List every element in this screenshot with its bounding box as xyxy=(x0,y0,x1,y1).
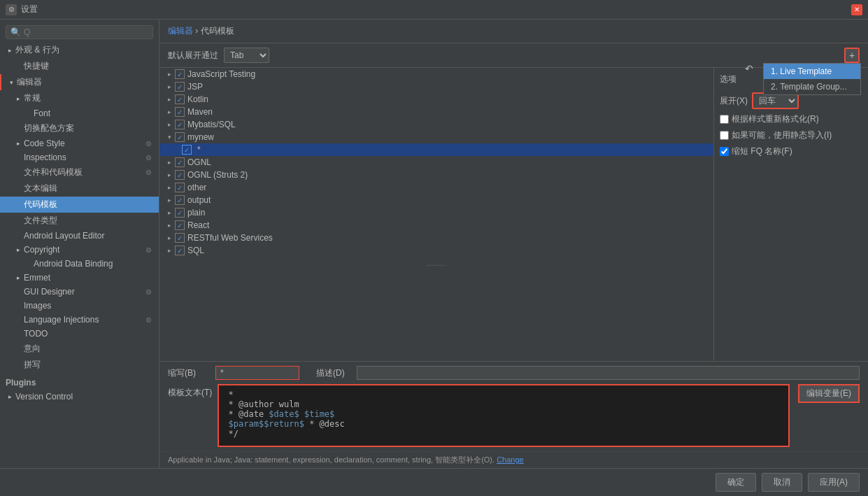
template-name: Mybatis/SQL xyxy=(187,120,708,129)
checkbox[interactable]: ✓ xyxy=(175,220,185,230)
sidebar-item-plugins: Plugins xyxy=(0,376,159,390)
template-group-ognl-struts[interactable]: ▸ ✓ OGNL (Struts 2) xyxy=(159,169,713,181)
sidebar-item-font[interactable]: ▸ Font xyxy=(0,106,159,120)
close-button[interactable]: ✕ xyxy=(851,4,862,15)
template-group-restful[interactable]: ▸ ✓ RESTful Web Services xyxy=(159,232,713,244)
static-import-checkbox[interactable] xyxy=(720,131,729,140)
sidebar-item-shortcuts[interactable]: ▸ 快捷键 xyxy=(0,58,159,74)
gear-icon-lang: ⚙ xyxy=(143,315,153,325)
checkbox-star[interactable]: ✓ xyxy=(182,145,192,155)
apply-button[interactable]: 应用(A) xyxy=(808,473,860,492)
sidebar-item-file-types[interactable]: ▸ 文件类型 xyxy=(0,213,159,229)
checkbox[interactable]: ✓ xyxy=(175,246,185,255)
reformat-checkbox[interactable] xyxy=(720,115,729,124)
applicable-text: Applicable in Java; Java: statement, exp… xyxy=(168,455,495,464)
sidebar-item-file-templates[interactable]: ▸ 文件和代码模板 ⚙ xyxy=(0,164,159,180)
cancel-button[interactable]: 取消 xyxy=(762,473,802,492)
sidebar-item-android-binding[interactable]: ▸ Android Data Binding xyxy=(0,257,159,271)
expand-select[interactable]: Tab Enter Space xyxy=(224,48,269,63)
checkbox[interactable]: ✓ xyxy=(175,120,185,129)
template-list: ▸ ✓ JavaScript Testing ▸ ✓ JSP ▸ ✓ Kotli… xyxy=(159,68,714,361)
sidebar-item-version-control[interactable]: ▸ Version Control xyxy=(0,390,159,404)
gear-icon-gui: ⚙ xyxy=(143,287,153,297)
sidebar-item-gui-designer[interactable]: ▸ GUI Designer ⚙ xyxy=(0,285,159,299)
checkbox[interactable]: ✓ xyxy=(175,233,185,243)
sidebar-item-appearance[interactable]: ▸ 外观 & 行为 xyxy=(0,42,159,58)
checkbox[interactable]: ✓ xyxy=(175,132,185,142)
template-name: mynew xyxy=(187,132,708,142)
sidebar-item-intent[interactable]: ▸ 意向 xyxy=(0,341,159,357)
shorten-fq-checkbox[interactable] xyxy=(720,147,729,156)
search-icon: 🔍 xyxy=(10,27,21,37)
title-text: 设置 xyxy=(21,3,851,15)
search-input[interactable] xyxy=(24,27,148,37)
template-group-jsp[interactable]: ▸ ✓ JSP xyxy=(159,80,713,93)
template-group-plain[interactable]: ▸ ✓ plain xyxy=(159,206,713,219)
change-link[interactable]: Change xyxy=(497,455,524,464)
expand-arrow: ▸ xyxy=(165,159,173,166)
template-group-sql[interactable]: ▸ ✓ SQL xyxy=(159,244,713,257)
sidebar-item-editor[interactable]: ▾ 编辑器 xyxy=(0,74,159,90)
template-item-star[interactable]: ✓ * xyxy=(159,143,713,156)
static-import-row: 如果可能，使用静态导入(I) xyxy=(720,129,862,141)
sidebar-item-label: 代码模板 xyxy=(24,199,153,211)
options-panel: 选项 展开(X) Tab 回车 Space 根据样式重新格式化(R) xyxy=(714,68,868,361)
checkbox[interactable]: ✓ xyxy=(175,69,185,79)
sidebar-item-normal[interactable]: ▸ 常规 xyxy=(0,90,159,106)
expand-arrow-mynew: ▾ xyxy=(165,134,173,141)
breadcrumb: 编辑器 › 代码模板 xyxy=(159,20,868,43)
template-group-maven[interactable]: ▸ ✓ Maven xyxy=(159,106,713,118)
template-group-js-testing[interactable]: ▸ ✓ JavaScript Testing xyxy=(159,68,713,80)
template-text-editor[interactable]: * * @author wulm * @date $date$ $time$ $… xyxy=(218,384,790,447)
dropdown-item-live-template[interactable]: 1. Live Template xyxy=(764,64,860,79)
checkbox[interactable]: ✓ xyxy=(175,195,185,205)
checkbox[interactable]: ✓ xyxy=(175,107,185,117)
expand-arrow-emmet: ▸ xyxy=(14,274,22,282)
sidebar-item-emmet[interactable]: ▸ Emmet xyxy=(0,271,159,285)
breadcrumb-parent[interactable]: 编辑器 xyxy=(168,26,193,36)
desc-input[interactable] xyxy=(357,366,860,380)
abbrev-label: 缩写(B) xyxy=(168,367,210,379)
sidebar-item-label: Plugins xyxy=(6,378,153,388)
template-group-kotlin[interactable]: ▸ ✓ Kotlin xyxy=(159,93,713,106)
sidebar-item-spelling[interactable]: ▸ 拼写 xyxy=(0,357,159,373)
checkbox[interactable]: ✓ xyxy=(175,208,185,218)
template-name: JSP xyxy=(187,82,708,92)
checkbox[interactable]: ✓ xyxy=(175,183,185,192)
sidebar-item-copyright[interactable]: ▸ Copyright ⚙ xyxy=(0,243,159,257)
checkbox[interactable]: ✓ xyxy=(175,94,185,104)
sidebar-item-lang-injections[interactable]: ▸ Language Injections ⚙ xyxy=(0,313,159,327)
sidebar-item-inspections[interactable]: ▸ Inspections ⚙ xyxy=(0,150,159,164)
add-button[interactable]: + xyxy=(844,48,860,63)
sidebar-item-images[interactable]: ▸ Images xyxy=(0,299,159,313)
sidebar-item-code-templates[interactable]: ▸ 代码模板 xyxy=(0,197,159,213)
sidebar-item-color-scheme[interactable]: ▸ 切换配色方案 xyxy=(0,120,159,136)
template-group-output[interactable]: ▸ ✓ output xyxy=(159,194,713,206)
expand-arrow-editor: ▾ xyxy=(7,78,15,87)
checkbox[interactable]: ✓ xyxy=(175,157,185,167)
sidebar-item-text-edit[interactable]: ▸ 文本编辑 xyxy=(0,180,159,197)
sidebar-item-android-layout[interactable]: ▸ Android Layout Editor xyxy=(0,229,159,243)
expand-arrow: ▸ xyxy=(165,197,173,204)
expand-arrow: ▸ xyxy=(165,209,173,216)
template-group-react[interactable]: ▸ ✓ React xyxy=(159,219,713,232)
template-group-mybatis[interactable]: ▸ ✓ Mybatis/SQL xyxy=(159,118,713,131)
dropdown-item-template-group[interactable]: 2. Template Group... xyxy=(764,79,860,94)
expand-x-label: 展开(X) xyxy=(720,95,748,107)
expand-label: 默认展开通过 xyxy=(168,50,218,62)
confirm-button[interactable]: 确定 xyxy=(716,473,756,492)
dropdown-menu: 1. Live Template 2. Template Group... xyxy=(763,63,861,95)
template-group-ognl[interactable]: ▸ ✓ OGNL xyxy=(159,156,713,169)
template-name: other xyxy=(187,183,708,192)
search-box[interactable]: 🔍 xyxy=(6,25,153,39)
checkbox[interactable]: ✓ xyxy=(175,170,185,180)
abbr-row: 缩写(B) 描述(D) xyxy=(168,366,860,380)
edit-vars-button[interactable]: 编辑变量(E) xyxy=(798,384,860,403)
sidebar-item-todo[interactable]: ▸ TODO xyxy=(0,327,159,341)
template-group-mynew[interactable]: ▾ ✓ mynew xyxy=(159,131,713,143)
template-group-other[interactable]: ▸ ✓ other xyxy=(159,181,713,194)
sidebar-item-code-style[interactable]: ▸ Code Style ⚙ xyxy=(0,136,159,150)
abbrev-input[interactable] xyxy=(215,366,299,380)
undo-button[interactable]: ↶ xyxy=(741,62,757,76)
checkbox[interactable]: ✓ xyxy=(175,82,185,92)
